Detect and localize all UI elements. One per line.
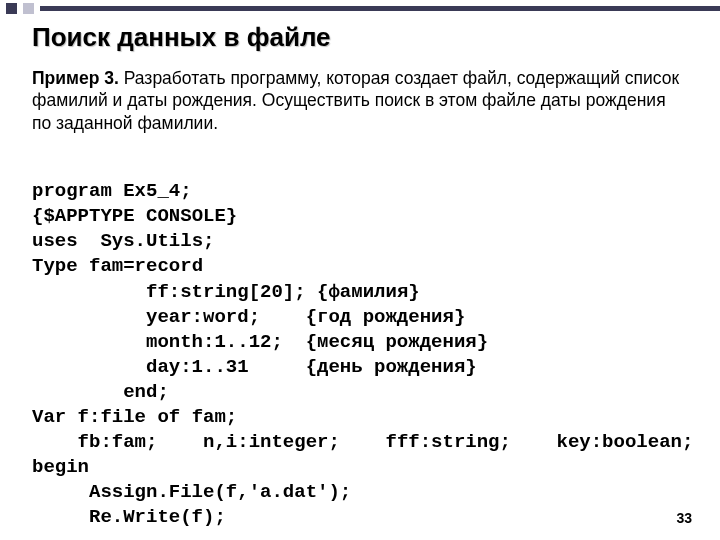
example-description: Пример 3. Разработать программу, которая… bbox=[32, 67, 688, 134]
code-comment: {фамилия} bbox=[317, 281, 420, 303]
code-line: year:word; bbox=[146, 306, 260, 328]
code-line: key:boolean; bbox=[557, 431, 694, 453]
code-line: begin bbox=[32, 456, 89, 478]
example-label: Пример 3. bbox=[32, 68, 119, 88]
page-number: 33 bbox=[676, 510, 692, 526]
code-comment: {год рождения} bbox=[306, 306, 466, 328]
code-block: program Ex5_4; {$APPTYPE CONSOLE} uses S… bbox=[32, 154, 688, 530]
slide-title: Поиск данных в файле bbox=[32, 22, 688, 53]
code-line: uses Sys.Utils; bbox=[32, 230, 214, 252]
code-line: fff:string; bbox=[385, 431, 510, 453]
decorative-top-bar bbox=[0, 0, 720, 14]
horizontal-rule-icon bbox=[40, 6, 720, 11]
code-line: Assign.File(f,'a.dat'); bbox=[89, 481, 351, 503]
code-line: Var f:file of fam; bbox=[32, 406, 237, 428]
code-comment: {месяц рождения} bbox=[306, 331, 488, 353]
example-text: Разработать программу, которая создает ф… bbox=[32, 68, 679, 133]
code-line: {$APPTYPE CONSOLE} bbox=[32, 205, 237, 227]
code-line: day:1..31 bbox=[146, 356, 249, 378]
square-light-icon bbox=[23, 3, 34, 14]
code-line: Re.Write(f); bbox=[89, 506, 226, 528]
code-line: Type fam=record bbox=[32, 255, 203, 277]
code-line: n,i:integer; bbox=[203, 431, 340, 453]
code-line: program Ex5_4; bbox=[32, 180, 192, 202]
code-line: end; bbox=[123, 381, 169, 403]
code-line: ff:string[20]; bbox=[146, 281, 306, 303]
code-comment: {день рождения} bbox=[306, 356, 477, 378]
slide-content: Поиск данных в файле Пример 3. Разработа… bbox=[0, 0, 720, 530]
square-dark-icon bbox=[6, 3, 17, 14]
code-line: fb:fam; bbox=[78, 431, 158, 453]
code-line: month:1..12; bbox=[146, 331, 283, 353]
